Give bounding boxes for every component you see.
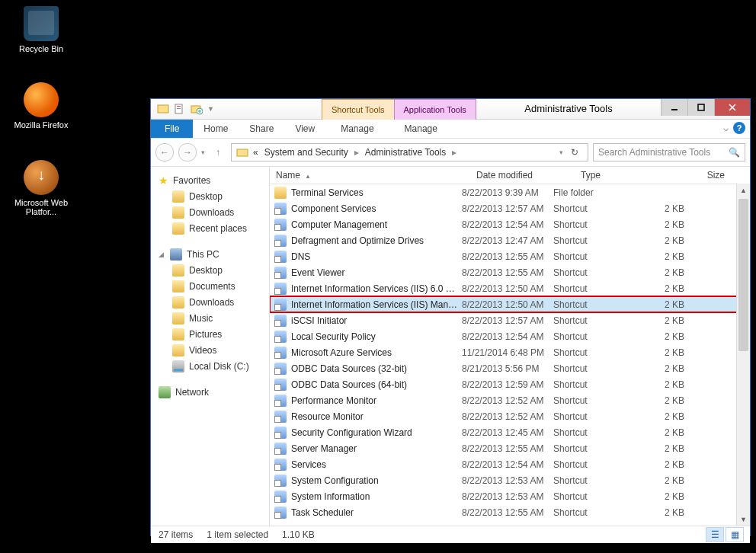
file-row[interactable]: Event Viewer8/22/2013 12:55 AMShortcut2 … — [270, 264, 750, 280]
new-folder-icon[interactable] — [191, 103, 203, 115]
desktop-icon-firefox[interactable]: Mozilla Firefox — [12, 82, 70, 129]
file-row[interactable]: Local Security Policy8/22/2013 12:54 AMS… — [270, 328, 750, 344]
nav-group-network[interactable]: Network — [151, 385, 269, 400]
nav-back-button[interactable]: ← — [155, 143, 174, 161]
file-size: 2 KB — [639, 299, 684, 310]
file-row[interactable]: Component Services8/22/2013 12:57 AMShor… — [270, 200, 750, 216]
ribbon-tab-manage-app[interactable]: Manage — [389, 120, 453, 138]
column-header-type[interactable]: Type — [575, 170, 673, 181]
ribbon-tab-view[interactable]: View — [284, 120, 325, 138]
breadcrumb-bar[interactable]: « System and Security ▸ Administrative T… — [231, 143, 588, 161]
nav-label: Favorites — [173, 175, 210, 186]
file-type: Shortcut — [553, 267, 639, 278]
file-row[interactable]: Terminal Services8/22/2013 9:39 AMFile f… — [270, 184, 750, 200]
file-row[interactable]: Internet Information Services (IIS) 6.0 … — [270, 280, 750, 296]
nav-item-pc-pictures[interactable]: Pictures — [151, 326, 269, 342]
maximize-button[interactable] — [687, 99, 714, 116]
file-size: 2 KB — [639, 251, 684, 262]
file-rows: Terminal Services8/22/2013 9:39 AMFile f… — [270, 184, 750, 526]
recycle-bin-icon — [24, 6, 59, 41]
nav-label: Desktop — [189, 265, 223, 276]
shortcut-icon — [274, 491, 287, 503]
chevron-right-icon[interactable]: ▸ — [353, 147, 360, 158]
contextual-tab-shortcut[interactable]: Shortcut Tools — [322, 99, 395, 120]
vertical-scrollbar[interactable]: ▲ ▼ — [736, 184, 750, 526]
chevron-right-icon[interactable]: ▸ — [450, 147, 458, 158]
nav-item-pc-desktop[interactable]: Desktop — [151, 262, 269, 278]
breadcrumb-item[interactable]: Administrative Tools — [364, 147, 448, 158]
desktop-icon-recycle-bin[interactable]: Recycle Bin — [12, 6, 70, 53]
contextual-tab-application[interactable]: Application Tools — [394, 99, 476, 120]
file-row[interactable]: System Configuration8/22/2013 12:53 AMSh… — [270, 472, 750, 488]
file-row[interactable]: Performance Monitor8/22/2013 12:52 AMSho… — [270, 392, 750, 408]
folder-icon — [172, 296, 184, 308]
ribbon-expand-icon[interactable]: ⌵ — [723, 123, 729, 133]
file-row[interactable]: DNS8/22/2013 12:55 AMShortcut2 KB — [270, 248, 750, 264]
minimize-button[interactable] — [661, 99, 687, 116]
file-row[interactable]: Security Configuration Wizard8/22/2013 1… — [270, 424, 750, 440]
file-date: 8/22/2013 12:59 AM — [462, 379, 553, 390]
file-row[interactable]: ODBC Data Sources (32-bit)8/21/2013 5:56… — [270, 360, 750, 376]
nav-item-pc-downloads[interactable]: Downloads — [151, 294, 269, 310]
column-header-date[interactable]: Date modified — [470, 170, 575, 181]
file-row[interactable]: iSCSI Initiator8/22/2013 12:57 AMShortcu… — [270, 312, 750, 328]
ribbon-tab-file[interactable]: File — [151, 120, 193, 138]
scroll-down-icon[interactable]: ▼ — [737, 513, 750, 526]
file-row[interactable]: Task Scheduler8/22/2013 12:55 AMShortcut… — [270, 504, 750, 520]
file-date: 8/22/2013 12:53 AM — [462, 475, 553, 486]
window-body: ★Favorites Desktop Downloads Recent plac… — [151, 167, 750, 526]
help-button[interactable]: ? — [733, 122, 745, 134]
qat-chevron-icon[interactable]: ▼ — [207, 105, 214, 113]
address-dropdown-icon[interactable]: ▾ — [559, 149, 563, 156]
file-row[interactable]: Server Manager8/22/2013 12:55 AMShortcut… — [270, 440, 750, 456]
file-row[interactable]: Computer Management8/22/2013 12:54 AMSho… — [270, 216, 750, 232]
file-date: 8/22/2013 12:55 AM — [462, 507, 553, 518]
details-view-icon: ☰ — [711, 529, 719, 540]
nav-item-desktop[interactable]: Desktop — [151, 188, 269, 204]
view-icons-button[interactable]: ▦ — [726, 527, 744, 542]
scrollbar-thumb[interactable] — [738, 199, 748, 351]
nav-history-chevron-icon[interactable]: ▾ — [201, 149, 205, 156]
file-row[interactable]: Internet Information Services (IIS) Mana… — [270, 296, 750, 312]
nav-item-pc-videos[interactable]: Videos — [151, 342, 269, 358]
close-button[interactable] — [714, 99, 750, 116]
file-row[interactable]: Resource Monitor8/22/2013 12:52 AMShortc… — [270, 408, 750, 424]
file-row[interactable]: ODBC Data Sources (64-bit)8/22/2013 12:5… — [270, 376, 750, 392]
nav-item-recent[interactable]: Recent places — [151, 220, 269, 236]
star-icon: ★ — [159, 174, 168, 187]
refresh-button[interactable]: ↻ — [566, 144, 583, 161]
file-type: Shortcut — [553, 299, 639, 310]
desktop-icon-web-platform[interactable]: Microsoft Web Platfor... — [12, 160, 70, 216]
nav-item-downloads[interactable]: Downloads — [151, 204, 269, 220]
view-details-button[interactable]: ☰ — [706, 527, 724, 542]
file-row[interactable]: System Information8/22/2013 12:53 AMShor… — [270, 488, 750, 504]
file-list: Name▲ Date modified Type Size Terminal S… — [270, 167, 750, 526]
column-headers: Name▲ Date modified Type Size — [270, 167, 750, 184]
nav-label: Desktop — [189, 191, 223, 202]
search-input[interactable]: Search Administrative Tools 🔍 — [593, 143, 745, 161]
nav-group-thispc[interactable]: ◢This PC — [151, 247, 269, 262]
breadcrumb-item[interactable]: System and Security — [263, 147, 350, 158]
file-size: 2 KB — [639, 411, 684, 422]
file-row[interactable]: Services8/22/2013 12:54 AMShortcut2 KB — [270, 456, 750, 472]
ribbon-tab-manage-shortcut[interactable]: Manage — [325, 120, 389, 138]
file-row[interactable]: Microsoft Azure Services11/21/2014 6:48 … — [270, 344, 750, 360]
column-header-size[interactable]: Size — [673, 170, 732, 181]
column-header-name[interactable]: Name▲ — [270, 170, 470, 181]
shortcut-icon — [274, 459, 287, 471]
file-date: 8/22/2013 12:55 AM — [462, 443, 553, 454]
file-date: 8/22/2013 12:54 AM — [462, 459, 553, 470]
nav-up-button[interactable]: ↑ — [210, 144, 226, 161]
ribbon-tab-share[interactable]: Share — [239, 120, 284, 138]
nav-item-pc-music[interactable]: Music — [151, 310, 269, 326]
nav-item-pc-documents[interactable]: Documents — [151, 278, 269, 294]
scroll-up-icon[interactable]: ▲ — [737, 184, 750, 197]
file-size: 2 KB — [639, 491, 684, 502]
properties-icon[interactable] — [174, 103, 186, 115]
nav-item-pc-localdisk[interactable]: Local Disk (C:) — [151, 358, 269, 374]
nav-group-favorites[interactable]: ★Favorites — [151, 173, 269, 188]
file-row[interactable]: Defragment and Optimize Drives8/22/2013 … — [270, 232, 750, 248]
ribbon-tab-home[interactable]: Home — [193, 120, 239, 138]
nav-forward-button[interactable]: → — [178, 143, 197, 161]
file-type: Shortcut — [553, 507, 639, 518]
